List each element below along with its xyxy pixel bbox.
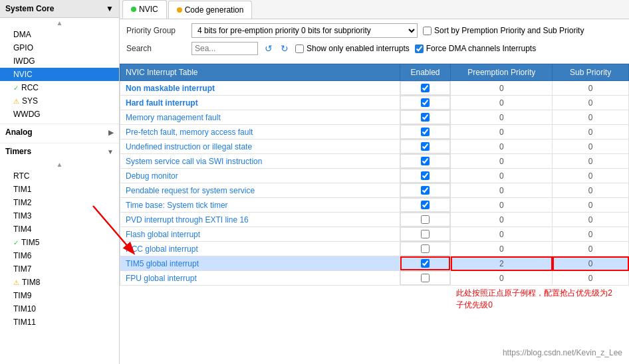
sidebar-item-sys[interactable]: ⚠ SYS [0, 94, 119, 108]
preemption-cell: 0 [451, 125, 553, 139]
tim8-warn-icon: ⚠ [13, 279, 19, 286]
priority-group-select[interactable]: 4 bits for pre-emption priority 0 bits f… [191, 23, 418, 38]
sidebar-item-tim8[interactable]: ⚠ TIM8 [0, 276, 119, 289]
sidebar-header[interactable]: System Core ▼ [0, 0, 119, 18]
analog-chevron: ▶ [108, 129, 114, 136]
enabled-checkbox[interactable] [421, 215, 430, 224]
sidebar-item-iwdg[interactable]: IWDG [0, 54, 119, 68]
sidebar-item-gpio[interactable]: GPIO [0, 41, 119, 54]
sub-priority-cell: 0 [553, 271, 629, 286]
enabled-cell[interactable] [400, 183, 451, 197]
interrupt-name-cell: Hard fault interrupt [120, 96, 400, 110]
table-row: Pre-fetch fault, memory access fault00 [120, 125, 629, 139]
preemption-cell: 0 [451, 198, 553, 213]
enabled-cell[interactable] [400, 110, 451, 124]
sidebar-item-tim7[interactable]: TIM7 [0, 262, 119, 276]
interrupt-table-container: NVIC Interrupt Table Enabled Preemption … [120, 64, 629, 364]
interrupt-name-cell: System service call via SWI instruction [120, 154, 400, 169]
enabled-cell[interactable] [400, 213, 451, 227]
sidebar-item-rcc[interactable]: ✓ RCC [0, 81, 119, 94]
sidebar-item-tim2[interactable]: TIM2 [0, 196, 119, 209]
enabled-checkbox[interactable] [421, 186, 430, 195]
sub-priority-cell: 0 [553, 213, 629, 227]
sidebar-item-tim6[interactable]: TIM6 [0, 249, 119, 262]
tab-bar: NVIC Code generation [120, 0, 629, 19]
enabled-checkbox[interactable] [421, 274, 430, 282]
refresh-button-2[interactable]: ↻ [279, 43, 290, 54]
enabled-checkbox[interactable] [421, 84, 430, 92]
sidebar-item-dma[interactable]: DMA [0, 28, 119, 41]
interrupt-name-cell: Flash global interrupt [120, 227, 400, 242]
enabled-checkbox[interactable] [421, 230, 430, 238]
rcc-check-icon: ✓ [13, 84, 19, 92]
force-dma-checkbox[interactable] [415, 45, 424, 53]
enabled-checkbox[interactable] [421, 142, 430, 151]
sub-priority-cell: 0 [553, 96, 629, 110]
sidebar-item-tim5[interactable]: ✓ TIM5 [0, 236, 119, 249]
enabled-cell[interactable] [400, 198, 451, 212]
interrupt-table: NVIC Interrupt Table Enabled Preemption … [120, 64, 629, 286]
preemption-cell: 0 [451, 154, 553, 169]
timers-group-header[interactable]: Timers ▼ [0, 143, 119, 159]
enabled-cell[interactable] [400, 125, 451, 139]
enabled-checkbox[interactable] [421, 171, 430, 180]
sidebar-item-tim10[interactable]: TIM10 [0, 302, 119, 316]
force-dma-label[interactable]: Force DMA channels Interrupts [415, 44, 536, 53]
analog-label: Analog [5, 128, 33, 137]
sidebar-item-wwdg[interactable]: WWDG [0, 108, 119, 121]
enabled-cell[interactable] [400, 256, 451, 270]
sidebar-item-rtc[interactable]: RTC [0, 169, 119, 183]
sidebar-item-tim3[interactable]: TIM3 [0, 209, 119, 223]
sys-warn-icon: ⚠ [13, 98, 19, 105]
enabled-checkbox[interactable] [421, 259, 430, 268]
tab-code-generation[interactable]: Code generation [168, 1, 253, 19]
enabled-checkbox[interactable] [421, 113, 430, 122]
show-only-label[interactable]: Show only enabled interrupts [295, 44, 410, 53]
refresh-button-1[interactable]: ↺ [263, 43, 274, 54]
interrupt-name-cell: TIM5 global interrupt [120, 256, 400, 271]
sidebar: System Core ▼ ▲ DMA GPIO IWDG NVIC ✓ RCC… [0, 0, 120, 364]
table-row: System service call via SWI instruction0… [120, 154, 629, 169]
search-row: Search ↺ ↻ Show only enabled interrupts … [126, 42, 622, 55]
dma-label: DMA [13, 30, 31, 39]
sidebar-item-nvic[interactable]: NVIC [0, 68, 119, 81]
tab-nvic[interactable]: NVIC [122, 0, 167, 19]
sidebar-item-tim9[interactable]: TIM9 [0, 289, 119, 302]
enabled-checkbox[interactable] [421, 201, 430, 209]
codegen-tab-dot [177, 7, 182, 13]
enabled-checkbox[interactable] [421, 244, 430, 253]
enabled-cell[interactable] [400, 139, 451, 153]
enabled-cell[interactable] [400, 271, 451, 285]
tim5-check-icon: ✓ [13, 239, 19, 246]
enabled-cell[interactable] [400, 154, 451, 168]
sidebar-item-tim4[interactable]: TIM4 [0, 223, 119, 236]
enabled-checkbox[interactable] [421, 128, 430, 136]
watermark: https://blog.csdn.net/Kevin_z_Lee [503, 348, 622, 357]
sub-priority-cell: 0 [553, 81, 629, 96]
timers-chevron: ▼ [107, 148, 114, 155]
table-row: Flash global interrupt00 [120, 227, 629, 242]
sub-priority-cell: 0 [553, 125, 629, 139]
enabled-cell[interactable] [400, 242, 451, 256]
enabled-cell[interactable] [400, 227, 451, 241]
sort-checkbox[interactable] [423, 27, 432, 35]
interrupt-name-cell: Pre-fetch fault, memory access fault [120, 125, 400, 139]
sort-checkbox-label[interactable]: Sort by Premption Priority and Sub Prior… [423, 26, 584, 35]
sidebar-item-tim1[interactable]: TIM1 [0, 183, 119, 196]
enabled-checkbox[interactable] [421, 98, 430, 107]
interrupt-name-cell: Time base: System tick timer [120, 198, 400, 213]
col-name-header: NVIC Interrupt Table [120, 64, 400, 81]
sidebar-item-tim11[interactable]: TIM11 [0, 316, 119, 329]
enabled-checkbox[interactable] [421, 157, 430, 165]
analog-group-header[interactable]: Analog ▶ [0, 124, 119, 140]
nvic-label: NVIC [13, 70, 33, 79]
gpio-label: GPIO [13, 43, 33, 52]
sub-priority-cell: 0 [553, 242, 629, 256]
enabled-cell[interactable] [400, 96, 451, 110]
search-input[interactable] [191, 42, 258, 55]
enabled-cell[interactable] [400, 169, 451, 183]
enabled-cell[interactable] [400, 81, 451, 95]
sub-priority-cell: 0 [553, 139, 629, 154]
interrupt-name-cell: Memory management fault [120, 110, 400, 125]
show-only-checkbox[interactable] [295, 45, 304, 53]
